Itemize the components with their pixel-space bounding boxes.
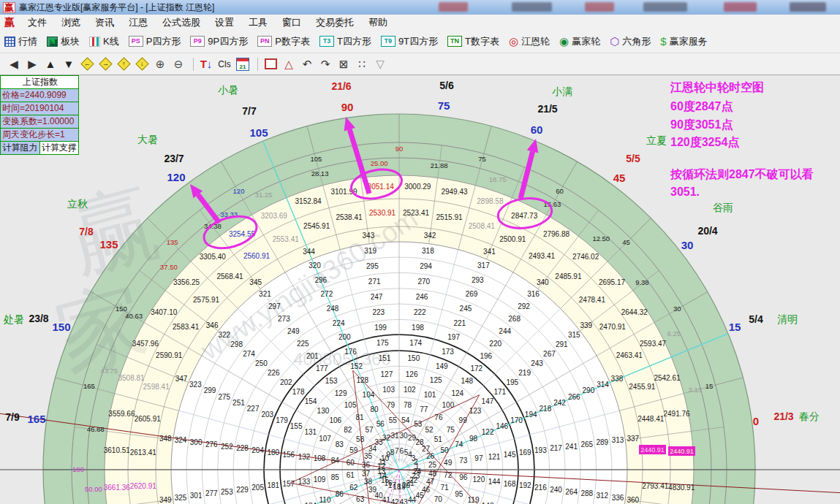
cls-button[interactable]: Cls [216, 56, 232, 72]
next-button[interactable]: ▶ [24, 56, 40, 72]
rotate-ccw-button[interactable]: ↶ [299, 56, 315, 72]
toolbar-item-行情[interactable]: 行情 [4, 35, 37, 48]
wheel-number: 48 [428, 470, 437, 478]
wheel-number: 126 [406, 370, 418, 378]
toolbar-item-9T四方形[interactable]: T99T四方形 [381, 35, 438, 48]
angle-ring-value: 150 [116, 305, 127, 313]
wheel-number: 225 [297, 340, 309, 348]
triangle-tool-button[interactable]: △ [281, 56, 297, 72]
wheel-number: 317 [477, 261, 490, 270]
ring-a-value: 2593.47 [640, 340, 667, 348]
wheel-number: 322 [218, 331, 230, 339]
toolbar-separator [257, 58, 258, 71]
menu-item-4[interactable]: 公式选股 [155, 17, 208, 28]
clear-tool-button[interactable]: ▽ [372, 56, 388, 72]
wheel-number: 271 [368, 278, 381, 286]
wheel-number: 83 [336, 440, 344, 448]
annotation-text: 120度3254点 [670, 135, 739, 149]
wheel-number: 78 [404, 401, 412, 409]
box-x-button[interactable]: ⊠ [336, 56, 352, 72]
wheel-number: 205 [251, 484, 264, 492]
shift-button[interactable]: T↓ [198, 56, 214, 72]
calc-support-button[interactable]: 计算支撑 [39, 141, 79, 155]
solar-term-label: 立夏 [646, 134, 667, 146]
badge-ps-icon: PS [129, 36, 143, 47]
toolbar-item-P四方形[interactable]: PSP四方形 [129, 35, 181, 48]
wheel-number: 226 [268, 369, 280, 377]
up-button[interactable]: ▲ [42, 56, 58, 72]
date-label: 20/4 [697, 225, 717, 237]
toolbar-item-板块[interactable]: 板块 [47, 35, 80, 48]
toolbar-item-T数字表[interactable]: TNT数字表 [447, 35, 499, 48]
menu-item-1[interactable]: 浏览 [54, 17, 88, 28]
wheel-number: 250 [255, 359, 268, 367]
fraction-value: 28.13 [311, 169, 329, 177]
zoom-out-button[interactable]: ⊖ [170, 56, 186, 72]
fraction-value: 46.88 [87, 425, 105, 433]
calc-resistance-button[interactable]: 计算阻力 [0, 141, 40, 155]
wheel-number: 147 [482, 397, 494, 405]
prev-button[interactable]: ◀ [6, 56, 22, 72]
wheel-number: 107 [319, 435, 331, 443]
diamond-left-button[interactable]: ← [79, 56, 95, 72]
date-label: 21/3 [773, 411, 793, 422]
menu-item-2[interactable]: 资讯 [88, 17, 121, 28]
menu-item-8[interactable]: 交易委托 [309, 17, 361, 28]
wheel-number: 63 [356, 495, 365, 503]
toolbar-item-T四方形[interactable]: T3T四方形 [319, 35, 371, 48]
menu-item-5[interactable]: 设置 [208, 17, 241, 28]
menu-item-6[interactable]: 工具 [241, 17, 275, 28]
wheel-number: 75 [447, 426, 455, 434]
wheel-number: 265 [580, 440, 593, 448]
annotation-text: 90度3051点 [670, 118, 733, 131]
titlebar-artifact [585, 2, 614, 12]
toolbar-item-六角形[interactable]: ⬡六角形 [610, 35, 651, 48]
rotate-cw-button[interactable]: ↷ [317, 56, 333, 72]
wheel-number: 100 [442, 401, 455, 409]
diamond-up-button[interactable]: ↑ [116, 56, 132, 72]
toolbar-item-江恩轮[interactable]: ◎江恩轮 [509, 35, 550, 48]
toolbar-item-赢家服务[interactable]: $赢家服务 [660, 35, 707, 48]
ring-a-value: 2746.02 [572, 253, 599, 261]
wheel-number: 245 [460, 305, 472, 313]
wheel-number: 314 [597, 381, 609, 389]
fraction-value: 31.25 [255, 191, 273, 199]
diamond-down-button[interactable]: ↓ [134, 56, 150, 72]
app-logo-icon: 赢 [3, 2, 15, 13]
outer-angle-label: 0 [753, 415, 759, 427]
menu-item-7[interactable]: 窗口 [275, 17, 309, 28]
titlebar-artifact [790, 2, 826, 12]
rect-tool-button[interactable] [262, 56, 279, 72]
wheel-number: 291 [556, 340, 568, 348]
date-label: 23/7 [164, 153, 183, 164]
diamond-right-button[interactable]: → [97, 56, 113, 72]
wheel-number: 301 [190, 492, 203, 500]
wheel-number: 109 [314, 476, 326, 484]
wheel-number: 349 [159, 496, 172, 504]
angle-ring-value: 75 [478, 155, 486, 163]
ring-a-value: 2542.61 [654, 374, 681, 382]
ring-a-value: 3610.51 [104, 446, 131, 454]
wheel-number: 336 [612, 494, 624, 502]
menu-item-9[interactable]: 帮助 [361, 17, 395, 28]
zoom-in-button[interactable]: ⊕ [152, 56, 168, 72]
toolbar-item-赢家轮[interactable]: ◉赢家轮 [559, 35, 600, 48]
toolbar-item-K线[interactable]: K线 [89, 35, 119, 48]
down-button[interactable]: ▼ [61, 56, 77, 72]
date-label: 7/8 [79, 226, 94, 237]
calendar-button[interactable]: 21 [235, 56, 251, 72]
wheel-number: 28 [415, 438, 424, 446]
wheel-number: 181 [267, 481, 279, 489]
calendar-icon: 21 [236, 58, 249, 71]
gann-wheel: 赢家www.yingjia360.com40080513601234567891… [0, 0, 840, 504]
toolbar-item-P数字表[interactable]: PNP数字表 [257, 35, 310, 48]
toolbar-item-9P四方形[interactable]: P99P四方形 [190, 35, 248, 48]
center-tool-button[interactable]: ∷ [354, 56, 370, 72]
wheel-number: 204 [251, 446, 264, 454]
wheel-number: 104 [363, 391, 375, 399]
menu-item-0[interactable]: 文件 [20, 17, 54, 28]
toolbar-item-label: 9P四方形 [208, 35, 248, 48]
menu-item-3[interactable]: 江恩 [121, 17, 155, 28]
ring-b-value: 2478.41 [579, 296, 606, 304]
wheel-number: 125 [430, 376, 442, 384]
